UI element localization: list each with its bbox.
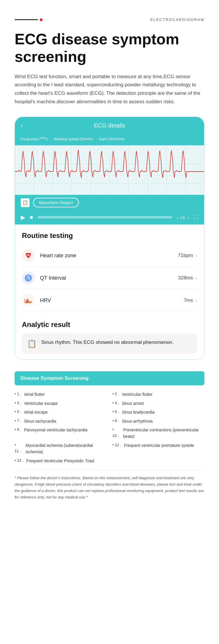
app-title: ECG details: [94, 122, 125, 129]
routine-title: Routine testing: [22, 232, 197, 240]
disease-item-7: • 7． Sinus tachycardia: [15, 418, 107, 424]
disease-name-2: Ventricular flutter: [122, 391, 152, 398]
disease-name-10: Preventricular contractions (preventricu…: [123, 427, 204, 440]
qt-interval-icon: [22, 272, 35, 284]
disease-header: Disease Symptom Screening: [15, 371, 204, 385]
play-button[interactable]: ▶: [21, 214, 25, 221]
analytic-title: Analytic result: [22, 321, 197, 329]
waveform-bar: 📋 Waveform Report: [15, 195, 204, 210]
walking-speed-label: Walking speed:25mm/s: [54, 137, 93, 141]
heart-rate-value: 71bpm: [178, 253, 193, 258]
heart-rate-label: Heart rate zone: [40, 253, 178, 259]
disease-name-12: Frequent ventricular premature systole: [124, 442, 194, 449]
qt-interval-row[interactable]: QT Interval 328ms ›: [22, 267, 197, 289]
ecg-svg: [15, 145, 204, 195]
header-label: ELECTROCARDIOGRAM: [150, 18, 204, 22]
disease-item-4: • 4． Sinus arrest: [112, 400, 204, 407]
heart-rate-icon: [22, 249, 35, 262]
waveform-report-button[interactable]: Waveform Report: [33, 198, 79, 207]
fullscreen-button[interactable]: ⛶: [194, 215, 198, 220]
dash-black: [15, 19, 38, 20]
disease-item-10: • 10． Preventricular contractions (preve…: [112, 427, 204, 440]
app-header: ‹ ECG details: [15, 117, 204, 134]
speed-value: x1: [180, 215, 185, 220]
back-button[interactable]: ‹: [21, 122, 23, 130]
hrv-label: HRV: [40, 298, 184, 304]
page-description: Wrist ECG test function, smart and porta…: [15, 73, 204, 106]
disease-name-8: Sinus arrhythmia: [122, 418, 152, 424]
bullet-11: • 11．: [15, 442, 25, 454]
page-header: ELECTROCARDIOGRAM: [15, 18, 204, 22]
bullet-5: • 5．: [15, 409, 23, 415]
dash-red: [40, 18, 43, 21]
disease-header-text: Disease Symptom Screening: [20, 375, 88, 381]
bullet-10: • 10．: [112, 427, 122, 439]
disease-item-3: • 3． Ventricular escape: [15, 400, 107, 407]
disease-name-1: Atrial flutter: [24, 391, 45, 398]
heart-rate-row[interactable]: Heart rate zone 71bpm ›: [22, 244, 197, 267]
bullet-2: • 2．: [112, 391, 121, 397]
bullet-4: • 4．: [112, 400, 121, 406]
ecg-info-bar: Frequency:250Hz Walking speed:25mm/s Gai…: [15, 134, 204, 145]
qt-interval-label: QT Interval: [40, 275, 178, 281]
bullet-7: • 7．: [15, 418, 23, 424]
disease-item-13: • 13． Frequent Ventricular Presystolic T…: [15, 458, 204, 464]
qt-interval-chevron: ›: [195, 275, 197, 281]
analytic-section: Analytic result 📋 Sinus rhythm. This ECG…: [15, 315, 204, 359]
disease-name-13: Frequent Ventricular Presystolic Triad: [26, 458, 94, 464]
disease-item-6: • 6． Sinus bradycardia: [112, 409, 204, 415]
frequency-label: Frequency:250Hz: [21, 136, 48, 141]
ecg-waveform: [15, 145, 204, 195]
stop-button[interactable]: ■: [30, 214, 33, 220]
page-title: ECG disease symptom screening: [15, 31, 204, 66]
app-mockup: ‹ ECG details Frequency:250Hz Walking sp…: [15, 117, 204, 360]
analytic-icon: 📋: [27, 339, 36, 348]
disease-section: Disease Symptom Screening • 1． Atrial fl…: [15, 371, 204, 501]
disease-item-8: • 8． Sinus arrhythmia: [112, 418, 204, 424]
bullet-13: • 13．: [15, 458, 25, 464]
disease-item-12: • 12． Frequent ventricular premature sys…: [112, 442, 204, 455]
analytic-text: Sinus rhythm. This ECG showed no abnorma…: [41, 339, 173, 346]
disease-name-6: Sinus bradycardia: [122, 409, 154, 415]
speed-control: ‹ x1 ›: [177, 215, 189, 220]
qt-interval-value: 328ms: [178, 275, 193, 281]
disease-name-4: Sinus arrest: [122, 400, 144, 407]
disease-item-9: • 9． Paroxysmal ventricular tachycardia: [15, 427, 107, 440]
hrv-chevron: ›: [195, 298, 197, 304]
analytic-card: 📋 Sinus rhythm. This ECG showed no abnor…: [22, 333, 197, 354]
speed-prev-button[interactable]: ‹: [177, 215, 178, 220]
disease-item-11: • 11． Myocardial ischemia (subendocardia…: [15, 442, 107, 455]
hrv-row[interactable]: HRV 7ms ›: [22, 289, 197, 312]
hrv-icon: [22, 294, 35, 307]
speed-next-button[interactable]: ›: [187, 215, 189, 220]
routine-section: Routine testing Heart rate zone 71bpm ›: [15, 225, 204, 315]
disease-name-7: Sinus tachycardia: [24, 418, 56, 424]
bullet-3: • 3．: [15, 400, 23, 406]
bullet-6: • 6．: [112, 409, 121, 415]
document-icon: 📋: [21, 198, 29, 207]
disease-name-11: Myocardial ischemia (subendocardial isch…: [26, 442, 107, 455]
disease-name-3: Ventricular escape: [24, 400, 58, 407]
hrv-value: 7ms: [184, 298, 193, 303]
gain-label: Gain:10mm/mv: [99, 137, 125, 141]
bullet-1: • 1．: [15, 391, 23, 397]
bullet-9: • 9．: [15, 427, 23, 433]
bullet-8: • 8．: [112, 418, 121, 424]
disease-item-2: • 2． Ventricular flutter: [112, 391, 204, 398]
bullet-12: • 12．: [112, 442, 123, 448]
disease-item-1: • 1． Atrial flutter: [15, 391, 107, 398]
disease-item-5: • 5． Atrial escape: [15, 409, 107, 415]
playback-bar: ▶ ■ ‹ x1 › ⛶: [15, 210, 204, 225]
progress-bar[interactable]: [38, 216, 172, 218]
header-decoration: [15, 18, 43, 21]
disease-list: • 1． Atrial flutter • 2． Ventricular flu…: [15, 391, 204, 464]
disease-name-9: Paroxysmal ventricular tachycardia: [24, 427, 87, 433]
heart-rate-chevron: ›: [195, 253, 197, 259]
disease-name-5: Atrial escape: [24, 409, 48, 415]
disclaimer-text: * Please follow the doctor's instruction…: [15, 470, 204, 501]
